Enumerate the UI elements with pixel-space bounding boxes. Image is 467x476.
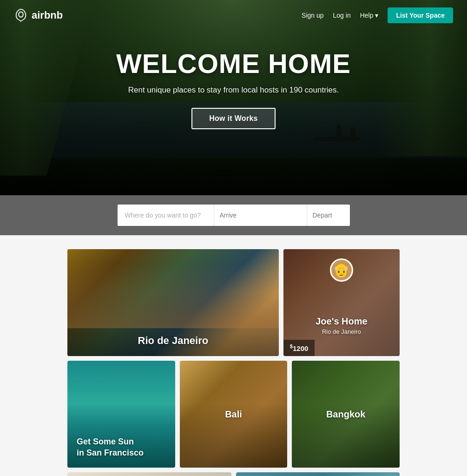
search-section (0, 195, 467, 235)
host-avatar (330, 258, 353, 282)
hero-subtitle: Rent unique places to stay from local ho… (128, 86, 339, 95)
login-button[interactable]: Log in (333, 12, 351, 19)
rio-de-janeiro-card[interactable]: Rio de Janeiro (67, 249, 279, 356)
search-destination-input[interactable] (118, 205, 214, 226)
urban-card[interactable] (236, 472, 400, 476)
last-row (67, 472, 400, 476)
rio-people (67, 263, 279, 328)
signup-button[interactable]: Sign up (302, 12, 323, 19)
rio-label: Rio de Janeiro (138, 335, 209, 347)
joes-home-card[interactable]: Joe's Home Rio de Janeiro $1200 (283, 249, 400, 356)
help-button[interactable]: Help ▾ (360, 12, 379, 19)
bangkok-label: Bangkok (326, 409, 365, 420)
nav-links: Sign up Log in Help ▾ List Your Space (302, 7, 453, 23)
bali-label: Bali (225, 409, 242, 420)
search-arrive-input[interactable] (214, 205, 307, 226)
search-depart-input[interactable] (307, 205, 350, 226)
airbnb-logo-icon (14, 8, 28, 22)
bangkok-card[interactable]: Bangkok (292, 361, 400, 468)
search-bar (118, 205, 350, 226)
bottom-row: Get Some Sun in San Francisco Bali Bangk… (67, 361, 400, 468)
room-card[interactable] (67, 472, 231, 476)
sf-label: Get Some Sun in San Francisco (77, 436, 144, 458)
logo[interactable]: airbnb (14, 8, 63, 22)
help-dropdown-icon: ▾ (375, 12, 378, 19)
bali-card[interactable]: Bali (180, 361, 288, 468)
navbar: airbnb Sign up Log in Help ▾ List Your S… (0, 0, 467, 31)
hero-title: WELCOME HOME (116, 48, 351, 79)
list-your-space-button[interactable]: List Your Space (388, 7, 453, 23)
logo-text: airbnb (32, 9, 63, 21)
joes-home-label: Joe's Home Rio de Janeiro (316, 316, 367, 335)
price-badge: $1200 (283, 340, 315, 356)
top-row: Rio de Janeiro Joe's Home Rio de Janeiro… (67, 249, 400, 356)
san-francisco-card[interactable]: Get Some Sun in San Francisco (67, 361, 175, 468)
how-it-works-button[interactable]: How it Works (191, 108, 276, 129)
content-grid: Rio de Janeiro Joe's Home Rio de Janeiro… (0, 235, 467, 476)
